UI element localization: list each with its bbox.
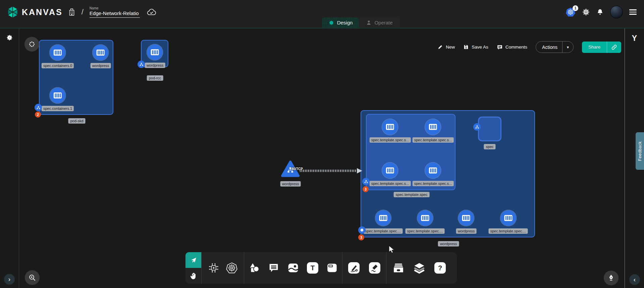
cloud-saved-icon	[147, 8, 157, 16]
container-icon	[151, 49, 159, 56]
group-label: spec.template.spec	[394, 192, 430, 197]
node-template-container-2[interactable]: spec.template.spec.s...	[370, 163, 411, 186]
actions-dropdown[interactable]: Actions ▾	[536, 41, 574, 53]
menu-hamburger-icon[interactable]	[629, 8, 637, 16]
brand-text: KANVAS	[22, 7, 63, 17]
node-wordpress-container[interactable]: wordpress	[145, 45, 165, 68]
network-relation-icon	[473, 123, 481, 131]
canvas-action-bar: New Save As Comments Actions	[437, 41, 621, 53]
image-tool[interactable]	[287, 262, 299, 274]
comments-button[interactable]: Comments	[497, 44, 527, 50]
pencil-icon	[437, 44, 443, 50]
expand-left-panel-button[interactable]: ›	[4, 274, 15, 285]
group-pod-skd[interactable]: spec.containers.0 wordpress spec.contain…	[39, 40, 113, 115]
design-canvas[interactable]: › Y ‹ New	[0, 28, 644, 288]
node-label: spec.template.spec.s...	[413, 137, 454, 143]
freehand-draw-tool[interactable]	[369, 262, 381, 274]
notifications-bell-icon[interactable]	[596, 8, 604, 16]
node-label: spec.template.spec.s...	[370, 137, 411, 143]
pan-tool[interactable]	[185, 268, 201, 284]
caret-down-icon: ▾	[562, 45, 573, 50]
kanvas-logo[interactable]: KANVAS	[7, 5, 63, 19]
node-deploy-container-3[interactable]: spec.template.spec....	[489, 210, 528, 234]
dotted-circle-icon	[28, 40, 36, 48]
edge-pen-tool[interactable]	[348, 262, 360, 274]
help-tool[interactable]: ?	[434, 262, 446, 274]
group-pod-rcc[interactable]: wordpress pod-rcc	[141, 40, 168, 67]
tab-design[interactable]: Design	[322, 17, 359, 28]
select-arrow-icon	[190, 256, 198, 264]
save-as-button[interactable]: Save As	[463, 44, 488, 50]
kanvas-app: KANVAS / Name	[0, 0, 644, 288]
shapes-tool[interactable]	[248, 262, 260, 274]
pen-nib-icon	[607, 274, 615, 282]
network-relation-icon	[362, 178, 370, 185]
container-icon	[379, 215, 387, 221]
container-icon	[421, 215, 429, 221]
node-template-container-3[interactable]: spec.template.spec.s...	[413, 163, 454, 186]
feedback-tab[interactable]: Feedback	[636, 132, 644, 170]
mode-tabs: Design Operate	[322, 17, 400, 28]
left-rail-spiral-icon[interactable]	[6, 34, 13, 42]
node-label: spec.containers.1	[42, 106, 74, 111]
node-spec-containers-1[interactable]: spec.containers.1	[42, 88, 74, 111]
text-tool-glyph: T	[307, 262, 318, 274]
new-button[interactable]: New	[437, 44, 455, 50]
kubernetes-context-icon[interactable]: 1	[566, 7, 576, 17]
node-wordpress-container[interactable]: wordpress	[91, 45, 111, 68]
user-avatar[interactable]	[610, 6, 623, 18]
chevron-left-icon: ‹	[634, 276, 636, 283]
container-icon	[386, 124, 394, 130]
magnifier-plus-icon	[28, 274, 36, 282]
select-tool[interactable]	[185, 252, 201, 268]
container-icon	[96, 49, 105, 56]
saved-components-drawer-tool[interactable]	[392, 262, 405, 274]
settings-gear-icon[interactable]	[582, 8, 590, 16]
node-label: spec.containers.0	[42, 63, 74, 68]
k8s-count-badge: 1	[573, 5, 578, 11]
group-spec-template-spec[interactable]: spec.template.spec.s... spec.template.sp…	[366, 114, 455, 190]
node-spec-containers-0[interactable]: spec.containers.0	[42, 45, 74, 68]
group-deployment-wordpress[interactable]: spec.template.spec.s... spec.template.sp…	[361, 110, 535, 237]
issue-count-badge: 2	[35, 112, 41, 118]
expand-right-panel-button[interactable]: ‹	[629, 274, 640, 285]
node-label: spec	[484, 144, 495, 149]
components-tool[interactable]	[208, 262, 220, 274]
comment-tool[interactable]	[268, 262, 280, 274]
quick-actions-fab[interactable]	[24, 37, 39, 52]
container-icon	[462, 215, 471, 221]
copy-link-button[interactable]	[607, 44, 621, 50]
container-icon	[386, 167, 394, 174]
node-template-container-0[interactable]: spec.template.spec.s...	[370, 119, 411, 143]
circuit-icon	[208, 263, 219, 273]
tab-operate[interactable]: Operate	[359, 17, 400, 28]
share-label: Share	[582, 45, 607, 50]
canvas-toolbar: T	[185, 252, 457, 284]
node-deploy-container-0[interactable]: spec.template.spec....	[364, 210, 403, 234]
kubernetes-tool[interactable]	[226, 262, 238, 274]
container-icon	[53, 92, 62, 99]
tab-operate-label: Operate	[374, 20, 392, 25]
design-name-field: Name	[90, 6, 140, 18]
pen-mode-fab[interactable]	[604, 271, 619, 285]
node-spec[interactable]	[478, 117, 501, 141]
node-template-container-1[interactable]: spec.template.spec.s...	[413, 119, 454, 143]
name-label: Name	[90, 6, 140, 10]
service-edge[interactable]	[295, 166, 364, 176]
chevron-right-icon: ›	[8, 276, 10, 283]
organization-icon[interactable]	[67, 8, 76, 16]
text-tool[interactable]: T	[307, 262, 319, 274]
note-tool[interactable]	[326, 262, 338, 274]
issue-count-badge: 3	[358, 234, 364, 240]
breadcrumb-separator: /	[82, 8, 84, 16]
issue-count-badge: 3	[363, 186, 369, 192]
container-icon	[429, 124, 437, 130]
link-icon	[611, 44, 617, 50]
layers-tool[interactable]	[413, 262, 425, 274]
share-button[interactable]: Share	[582, 42, 621, 53]
node-deploy-container-2[interactable]: wordpress	[456, 210, 477, 234]
zoom-search-fab[interactable]	[25, 270, 40, 285]
node-deploy-container-1[interactable]: spec.template.spec....	[406, 210, 445, 234]
design-name-input[interactable]	[90, 10, 140, 18]
mouse-cursor	[388, 245, 395, 254]
